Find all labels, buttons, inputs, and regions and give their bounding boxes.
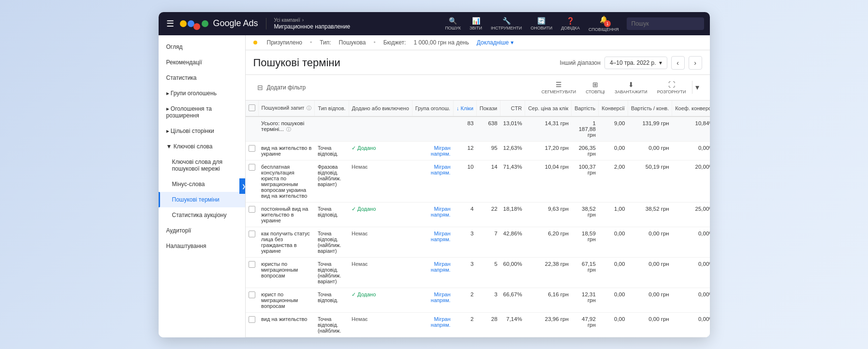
toolbar-more-button[interactable]: ▾ bbox=[692, 81, 702, 94]
row-checkbox-cell[interactable] bbox=[246, 312, 259, 337]
row-checkbox-cell[interactable] bbox=[246, 288, 259, 312]
header-avg-cpc[interactable]: Сер. ціна за клік bbox=[525, 101, 572, 116]
row-cost-per-conv: 0,00 грн bbox=[628, 141, 672, 160]
sidebar-item-statistics[interactable]: Статистика bbox=[159, 70, 245, 86]
sidebar-item-auction-stats[interactable]: Статистика аукціону bbox=[159, 207, 245, 223]
refresh-action[interactable]: 🔄 ОНОВИТИ bbox=[527, 15, 556, 32]
sidebar-item-ads[interactable]: ▸ Оголошення та розширення bbox=[159, 101, 245, 123]
app-window: ☰ Google Ads Усі кампанії › Миграционное… bbox=[159, 12, 710, 337]
columns-button[interactable]: ⊞ СТОВПЦІ bbox=[582, 79, 609, 96]
table-header-row: Пошуковий запит ⓘ Тип відпов. Додано або… bbox=[246, 101, 710, 116]
header-info-icon[interactable]: ⓘ bbox=[307, 105, 311, 111]
sidebar-item-keywords[interactable]: ▼ Ключові слова bbox=[159, 139, 245, 154]
row-match: Точна відповід. (найближ. варіант) bbox=[315, 257, 349, 288]
row-ctr: 42,86% bbox=[500, 227, 525, 257]
filter-icon: ⊟ bbox=[257, 84, 263, 91]
search-action[interactable]: 🔍 ПОШУК bbox=[441, 15, 465, 32]
sidebar-collapse-button[interactable]: ❯ bbox=[239, 178, 246, 194]
help-action[interactable]: ❓ ДОВІДКА bbox=[557, 15, 584, 32]
header-cost-per-conv[interactable]: Вартість / конв. bbox=[628, 101, 672, 116]
row-checkbox[interactable] bbox=[249, 261, 255, 268]
breadcrumb-campaign-name[interactable]: Миграционное направление bbox=[274, 23, 351, 30]
status-div1: • bbox=[310, 39, 312, 46]
sidebar-item-search-keywords[interactable]: Ключові слова для пошукової мережі bbox=[159, 154, 245, 176]
row-group[interactable]: Мігран напрям. bbox=[412, 141, 453, 160]
row-checkbox[interactable] bbox=[249, 316, 255, 323]
notifications-action[interactable]: 🔔 1 СПОВІЩЕННЯ bbox=[585, 14, 622, 34]
status-type-label: Тип: bbox=[320, 39, 331, 46]
row-checkbox[interactable] bbox=[249, 231, 255, 237]
google-ads-logo-icon bbox=[180, 19, 208, 29]
header-conv-rate[interactable]: Коеф. конверсії bbox=[672, 101, 710, 116]
header-impressions[interactable]: Покази bbox=[476, 101, 500, 116]
content-area: Призупилено • Тип: Пошукова • Бюджет: 1 … bbox=[246, 35, 710, 337]
menu-icon[interactable]: ☰ bbox=[164, 16, 176, 31]
sidebar-item-recommendations[interactable]: Рекомендації bbox=[159, 55, 245, 70]
row-added: Немає bbox=[349, 257, 412, 288]
breadcrumb-campaigns[interactable]: Усі кампанії bbox=[274, 17, 300, 23]
date-next-button[interactable]: › bbox=[689, 56, 702, 70]
total-cost: 1 187,88 грн bbox=[572, 116, 599, 142]
header-clicks[interactable]: ↓ Кліки bbox=[454, 101, 477, 116]
sidebar-item-ad-groups[interactable]: ▸ Групи оголошень bbox=[159, 86, 245, 101]
total-info-icon[interactable]: ⓘ bbox=[286, 127, 291, 132]
row-checkbox-cell[interactable] bbox=[246, 202, 259, 227]
not-added: Немає bbox=[352, 261, 368, 267]
row-added: Немає bbox=[349, 227, 412, 257]
row-group[interactable]: Мігран напрям. bbox=[412, 288, 453, 312]
row-checkbox-cell[interactable] bbox=[246, 257, 259, 288]
add-filter-button[interactable]: ⊟ Додати фільтр bbox=[253, 82, 310, 93]
row-group[interactable]: Мігран напрям. bbox=[412, 227, 453, 257]
sidebar-item-search-terms[interactable]: Пошукові терміни bbox=[159, 192, 245, 207]
row-checkbox[interactable] bbox=[249, 206, 255, 213]
row-checkbox-cell[interactable] bbox=[246, 141, 259, 160]
header-checkbox[interactable] bbox=[246, 101, 259, 116]
expand-button[interactable]: ⛶ РОЗГОРНУТИ bbox=[653, 79, 690, 96]
download-button[interactable]: ⬇ ЗАВАНТАЖИТИ bbox=[611, 79, 651, 96]
row-clicks: 4 bbox=[454, 202, 477, 227]
row-ctr: 60,00% bbox=[500, 257, 525, 288]
added-checkmark: ✓ Додано bbox=[352, 206, 376, 212]
row-checkbox-cell[interactable] bbox=[246, 160, 259, 202]
status-more-link[interactable]: Докладніше ▾ bbox=[477, 39, 514, 46]
row-term: как получить статус лица без гражданства… bbox=[258, 227, 315, 257]
row-checkbox[interactable] bbox=[249, 145, 255, 152]
reports-action[interactable]: 📊 ЗВІТИ bbox=[466, 15, 486, 32]
status-bar: Призупилено • Тип: Пошукова • Бюджет: 1 … bbox=[246, 35, 710, 50]
sidebar-item-negative-keywords[interactable]: Мінус-слова bbox=[159, 176, 245, 192]
total-impressions: 638 bbox=[476, 116, 500, 142]
row-group[interactable]: Мігран напрям. bbox=[412, 257, 453, 288]
row-match: Точна відповід. bbox=[315, 141, 349, 160]
row-match: Фразова відповід. (найближ. варіант) bbox=[315, 160, 349, 202]
row-cost: 18,59 грн bbox=[572, 227, 599, 257]
sidebar-item-settings[interactable]: Налаштування bbox=[159, 238, 245, 254]
row-checkbox[interactable] bbox=[249, 164, 255, 171]
row-group[interactable]: Мігран напрям. bbox=[412, 160, 453, 202]
segment-icon: ☰ bbox=[556, 81, 562, 88]
total-conv-rate: 10,84% bbox=[672, 116, 710, 142]
sidebar-item-overview[interactable]: Огляд bbox=[159, 39, 245, 55]
header-cost[interactable]: Вартість bbox=[572, 101, 599, 116]
topbar-search-input[interactable] bbox=[627, 17, 704, 30]
header-conversions[interactable]: Конверсії bbox=[599, 101, 628, 116]
table-row: вид на жительство в украине Точна відпов… bbox=[246, 141, 710, 160]
added-checkmark: ✓ Додано bbox=[352, 145, 376, 151]
select-all-checkbox[interactable] bbox=[249, 104, 255, 111]
sidebar-item-audiences[interactable]: Аудиторії bbox=[159, 223, 245, 238]
row-checkbox-cell[interactable] bbox=[246, 227, 259, 257]
row-conversions: 2,00 bbox=[599, 160, 628, 202]
row-avg-cpc: 23,96 грн bbox=[525, 312, 572, 337]
row-checkbox[interactable] bbox=[249, 291, 255, 298]
segment-button[interactable]: ☰ СЕГМЕНТУВАТИ bbox=[538, 79, 580, 96]
row-cost: 47,92 грн bbox=[572, 312, 599, 337]
header-ctr[interactable]: CTR bbox=[500, 101, 525, 116]
date-range-picker[interactable]: 4–10 тра. 2022 р. ▾ bbox=[604, 57, 667, 69]
table-row: бесплатная консультация юриста по миграц… bbox=[246, 160, 710, 202]
tools-action[interactable]: 🔧 ІНСТРУМЕНТИ bbox=[487, 15, 526, 32]
sidebar-item-landing-pages[interactable]: ▸ Цільові сторінки bbox=[159, 123, 245, 139]
date-prev-button[interactable]: ‹ bbox=[671, 56, 685, 70]
row-group[interactable]: Мігран напрям. bbox=[412, 312, 453, 337]
table-row: юристы по миграционным вопросам Точна ві… bbox=[246, 257, 710, 288]
row-group[interactable]: Мігран напрям. bbox=[412, 202, 453, 227]
data-table: Пошуковий запит ⓘ Тип відпов. Додано або… bbox=[246, 101, 710, 337]
